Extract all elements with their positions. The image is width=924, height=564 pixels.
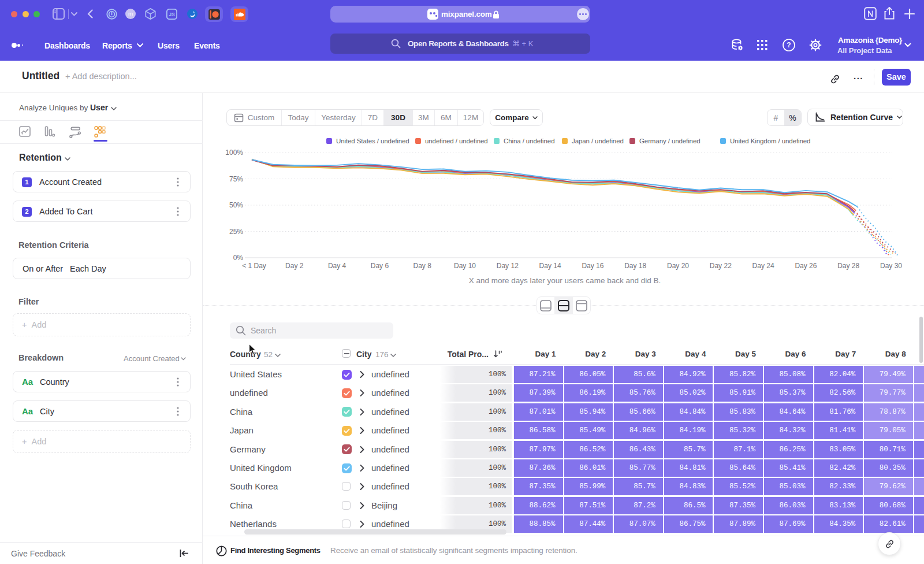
svg-text:Day 28: Day 28 (837, 262, 859, 270)
svg-text:Day 18: Day 18 (624, 262, 646, 270)
svg-text:0%: 0% (233, 254, 244, 262)
svg-text:Day 22: Day 22 (710, 262, 732, 270)
svg-text:Day 26: Day 26 (795, 262, 817, 270)
svg-text:Day 8: Day 8 (413, 262, 432, 270)
svg-text:?: ? (787, 41, 791, 49)
svg-text:Day 30: Day 30 (880, 262, 902, 270)
svg-text:JS: JS (169, 12, 175, 17)
svg-text:Day 12: Day 12 (497, 262, 519, 270)
svg-text:m: m (128, 10, 133, 17)
svg-text:25%: 25% (229, 228, 243, 236)
svg-text:Day 10: Day 10 (454, 262, 476, 270)
svg-text:Day 20: Day 20 (667, 262, 689, 270)
svg-text:Day 4: Day 4 (328, 262, 346, 270)
svg-text:Day 2: Day 2 (285, 262, 304, 270)
svg-text:Day 6: Day 6 (371, 262, 389, 270)
svg-text:Day 24: Day 24 (752, 262, 774, 270)
svg-text:100%: 100% (225, 149, 243, 157)
svg-text:< 1 Day: < 1 Day (242, 262, 266, 270)
svg-text:50%: 50% (229, 201, 243, 209)
svg-text:75%: 75% (229, 175, 243, 183)
svg-text:Day 16: Day 16 (582, 262, 603, 270)
svg-text:Day 14: Day 14 (539, 262, 561, 270)
